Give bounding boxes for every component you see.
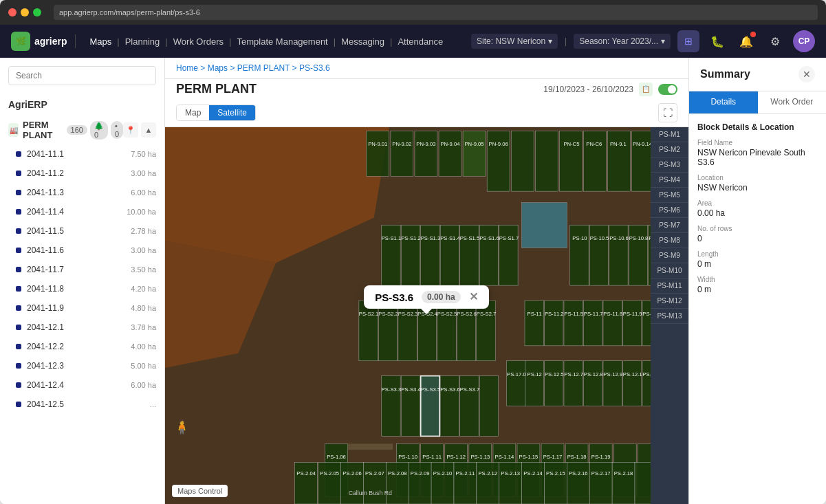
tab-work-order[interactable]: Work Order bbox=[758, 91, 827, 113]
breadcrumb-home[interactable]: Home bbox=[176, 63, 198, 73]
svg-text:PS-11.2: PS-11.2 bbox=[545, 311, 564, 317]
sidebar-list: 2041-11.1 7.50 ha 2041-11.2 3.00 ha 2041… bbox=[0, 144, 164, 504]
svg-text:PN-9.04: PN-9.04 bbox=[440, 141, 460, 147]
calendar-icon[interactable]: 📋 bbox=[639, 83, 653, 96]
site-selector[interactable]: Site: NSW Nericon ▾ bbox=[471, 34, 558, 49]
map-header: Home > Maps > PERM PLANT > PS-S3.6 bbox=[165, 58, 688, 79]
mini-block-item[interactable]: PS-M3 bbox=[651, 157, 688, 173]
nav-link-maps[interactable]: Maps bbox=[84, 36, 117, 47]
svg-rect-67 bbox=[544, 300, 563, 346]
popup-close-btn[interactable]: ✕ bbox=[469, 292, 478, 303]
nav-link-planning[interactable]: Planning bbox=[120, 36, 166, 47]
bell-icon[interactable]: 🔔 bbox=[735, 30, 757, 52]
breadcrumb-farm[interactable]: PERM PLANT bbox=[237, 63, 290, 73]
field-row: Location NSW Nericon bbox=[697, 174, 818, 193]
farm-expand-btn[interactable]: ▲ bbox=[141, 122, 156, 138]
season-selector[interactable]: Season: Year 2023/... ▾ bbox=[574, 34, 671, 49]
svg-text:PS-1.06: PS-1.06 bbox=[327, 454, 346, 460]
list-item[interactable]: 2041-12.1 3.78 ha bbox=[0, 318, 164, 337]
mini-block-item[interactable]: PS-M13 bbox=[651, 309, 688, 324]
field-value: NSW Nericon bbox=[697, 183, 818, 193]
svg-text:PS-2.14: PS-2.14 bbox=[523, 470, 543, 476]
svg-text:PN-9.14: PN-9.14 bbox=[633, 141, 653, 147]
field-value: NSW Nericon Pinevale South S3.6 bbox=[697, 148, 818, 167]
list-item[interactable]: 2041-12.3 5.00 ha bbox=[0, 356, 164, 375]
browser-close-dot[interactable] bbox=[8, 8, 17, 17]
mini-block-item[interactable]: PS-M11 bbox=[651, 278, 688, 294]
list-item[interactable]: 2041-11.8 4.20 ha bbox=[0, 279, 164, 298]
farm-location-btn[interactable]: 📍 bbox=[123, 122, 138, 138]
list-item[interactable]: 2041-11.7 3.50 ha bbox=[0, 260, 164, 279]
svg-text:PS-S1.2: PS-S1.2 bbox=[401, 235, 421, 241]
nav-link-template[interactable]: Template Management bbox=[231, 36, 333, 47]
mini-block-item[interactable]: PS-M10 bbox=[651, 263, 688, 278]
street-view-icon[interactable]: 🧍 bbox=[173, 419, 191, 435]
module-icon[interactable]: ⊞ bbox=[677, 30, 699, 52]
mini-block-item[interactable]: PS-M2 bbox=[651, 142, 688, 157]
list-item[interactable]: 2041-12.2 4.00 ha bbox=[0, 337, 164, 356]
avatar[interactable]: CP bbox=[793, 30, 815, 52]
svg-rect-57 bbox=[457, 300, 475, 361]
svg-text:PS-S1.4: PS-S1.4 bbox=[440, 235, 460, 241]
list-item[interactable]: 2041-11.9 4.80 ha bbox=[0, 298, 164, 318]
item-name: 2041-11.9 bbox=[27, 303, 125, 313]
svg-text:PS-2.17: PS-2.17 bbox=[591, 470, 611, 476]
list-item[interactable]: 2041-12.5 ... bbox=[0, 395, 164, 414]
search-input[interactable] bbox=[8, 66, 156, 85]
list-item[interactable]: 2041-12.4 6.00 ha bbox=[0, 375, 164, 395]
mini-block-item[interactable]: PS-M1 bbox=[651, 127, 688, 142]
tab-details[interactable]: Details bbox=[689, 91, 758, 113]
browser-url-bar[interactable]: app.agrierp.com/maps/perm-plant/ps-s3-6 bbox=[54, 5, 818, 20]
nav-link-messaging[interactable]: Messaging bbox=[336, 36, 390, 47]
notification-icon[interactable]: 🐛 bbox=[706, 30, 728, 52]
farm-badges: 160 🌲 0 • 0 bbox=[67, 121, 123, 140]
maps-control-label[interactable]: Maps Control bbox=[172, 485, 228, 497]
summary-panel: Summary ✕ Details Work Order Block Detai… bbox=[688, 58, 826, 504]
toggle-btn[interactable] bbox=[658, 84, 677, 95]
mini-block-item[interactable]: PS-M6 bbox=[651, 203, 688, 218]
breadcrumb-maps[interactable]: Maps bbox=[208, 63, 228, 73]
svg-rect-81 bbox=[401, 376, 420, 437]
item-name: 2041-11.3 bbox=[27, 188, 125, 197]
browser-maximize-dot[interactable] bbox=[33, 8, 41, 17]
item-name: 2041-12.5 bbox=[27, 399, 144, 409]
panel-close-btn[interactable]: ✕ bbox=[798, 66, 815, 83]
svg-rect-80 bbox=[382, 376, 400, 437]
map-container[interactable]: PN-9.01 PN-9.02 PN-9.03 PN-9.04 PN-9.05 … bbox=[165, 127, 688, 504]
list-item[interactable]: 2041-11.3 6.00 ha bbox=[0, 183, 164, 202]
tab-map[interactable]: Map bbox=[177, 105, 209, 120]
svg-text:PS-10.5: PS-10.5 bbox=[590, 235, 609, 241]
settings-icon[interactable]: ⚙ bbox=[764, 30, 786, 52]
nav-link-attendance[interactable]: Attendance bbox=[392, 36, 448, 47]
list-item[interactable]: 2041-11.6 3.00 ha bbox=[0, 241, 164, 260]
svg-rect-56 bbox=[437, 300, 456, 361]
browser-minimize-dot[interactable] bbox=[21, 8, 29, 17]
season-chevron-icon: ▾ bbox=[661, 36, 665, 46]
svg-rect-12 bbox=[583, 131, 606, 191]
mini-block-item[interactable]: PS-M12 bbox=[651, 294, 688, 309]
svg-text:PS-2.05: PS-2.05 bbox=[320, 470, 339, 476]
svg-rect-8 bbox=[487, 131, 510, 191]
fullscreen-btn[interactable]: ⛶ bbox=[658, 103, 677, 122]
mini-block-item[interactable]: PS-M4 bbox=[651, 173, 688, 188]
mini-block-item[interactable]: PS-M7 bbox=[651, 218, 688, 233]
mini-block-item[interactable]: PS-M9 bbox=[651, 248, 688, 263]
tab-satellite[interactable]: Satellite bbox=[209, 105, 255, 120]
svg-rect-137 bbox=[409, 463, 431, 504]
mini-block-item[interactable]: PS-M5 bbox=[651, 188, 688, 203]
list-item[interactable]: 2041-11.5 2.78 ha bbox=[0, 221, 164, 241]
svg-rect-30 bbox=[421, 225, 439, 285]
list-item[interactable]: 2041-11.1 7.50 ha bbox=[0, 144, 164, 164]
list-item[interactable]: 2041-11.2 3.00 ha bbox=[0, 164, 164, 183]
svg-text:PS-11.5: PS-11.5 bbox=[564, 311, 583, 317]
svg-rect-11 bbox=[559, 131, 582, 191]
panel-tabs: Details Work Order bbox=[689, 91, 826, 114]
nav-link-workorders[interactable]: Work Orders bbox=[168, 36, 229, 47]
svg-text:PS-S2.3: PS-S2.3 bbox=[398, 311, 418, 317]
svg-text:PS-11.9: PS-11.9 bbox=[623, 311, 642, 317]
svg-text:PS-11.8: PS-11.8 bbox=[603, 311, 622, 317]
mini-block-item[interactable]: PS-M8 bbox=[651, 233, 688, 248]
svg-text:PS-1.18: PS-1.18 bbox=[567, 454, 587, 460]
field-row: Width 0 m bbox=[697, 276, 818, 294]
list-item[interactable]: 2041-11.4 10.00 ha bbox=[0, 202, 164, 221]
